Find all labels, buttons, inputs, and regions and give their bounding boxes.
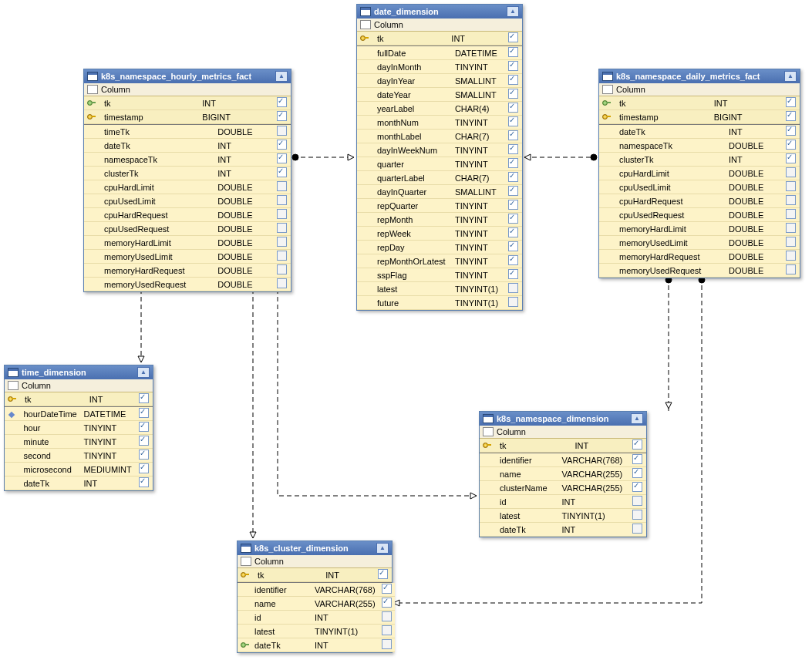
column-row[interactable]: memoryUsedRequestDOUBLE	[599, 264, 800, 278]
column-check[interactable]	[379, 597, 395, 611]
column-check[interactable]	[504, 185, 522, 199]
column-check[interactable]	[135, 476, 153, 490]
column-row[interactable]: idINT	[480, 495, 646, 509]
collapse-icon[interactable]: ▲	[376, 543, 389, 554]
column-check[interactable]	[379, 611, 395, 625]
collapse-icon[interactable]: ▲	[507, 6, 519, 17]
collapse-icon[interactable]: ▲	[631, 413, 643, 424]
column-check[interactable]	[781, 208, 800, 222]
column-check[interactable]	[504, 199, 522, 213]
column-row[interactable]: namespaceTkDOUBLE	[599, 139, 800, 153]
column-check[interactable]	[272, 236, 291, 250]
column-check[interactable]	[272, 125, 291, 139]
column-row[interactable]: latestTINYINT(1)	[357, 282, 522, 296]
table-daily[interactable]: k8s_namespace_daily_metrics_fact▲Columnt…	[598, 69, 800, 278]
column-check[interactable]	[504, 46, 522, 60]
table-title-bar[interactable]: k8s_namespace_dimension▲	[480, 412, 646, 426]
column-check[interactable]	[781, 125, 800, 139]
column-row[interactable]: memoryHardLimitDOUBLE	[84, 236, 291, 250]
column-check[interactable]	[504, 213, 522, 227]
column-check[interactable]	[272, 264, 291, 278]
column-check[interactable]	[504, 74, 522, 88]
column-row[interactable]: dayInYearSMALLINT	[357, 74, 522, 88]
column-row[interactable]: dateTkINT	[599, 125, 800, 139]
table-cluster[interactable]: k8s_cluster_dimension▲ColumntkINTidentif…	[237, 540, 393, 653]
column-check[interactable]	[379, 625, 395, 638]
column-row[interactable]: secondTINYINT	[5, 449, 153, 463]
column-row[interactable]: clusterTkINT	[84, 167, 291, 180]
column-check[interactable]	[272, 153, 291, 167]
column-check[interactable]	[134, 392, 153, 406]
column-row[interactable]: nameVARCHAR(255)	[238, 597, 395, 611]
column-row[interactable]: clusterTkINT	[599, 153, 800, 167]
column-row[interactable]: dateYearSMALLINT	[357, 88, 522, 102]
column-check[interactable]	[504, 254, 522, 268]
column-check[interactable]	[504, 60, 522, 74]
column-check[interactable]	[504, 116, 522, 130]
column-row[interactable]: dayInWeekNumTINYINT	[357, 143, 522, 157]
column-row[interactable]: monthNumTINYINT	[357, 116, 522, 130]
column-check[interactable]	[781, 180, 800, 194]
column-check[interactable]	[504, 157, 522, 171]
column-check[interactable]	[272, 278, 291, 291]
column-check[interactable]	[272, 250, 291, 264]
column-row[interactable]: dayInMonthTINYINT	[357, 60, 522, 74]
column-check[interactable]	[781, 264, 800, 278]
column-row[interactable]: repMonthTINYINT	[357, 213, 522, 227]
collapse-icon[interactable]: ▲	[137, 367, 150, 378]
column-row[interactable]: memoryHardRequestDOUBLE	[599, 250, 800, 264]
column-row[interactable]: identifierVARCHAR(768)	[238, 583, 395, 597]
key-row[interactable]: tkINT	[84, 96, 291, 110]
column-row[interactable]: dateTkINT	[238, 638, 395, 652]
collapse-icon[interactable]: ▲	[784, 71, 797, 82]
column-row[interactable]: cpuHardRequestDOUBLE	[599, 194, 800, 208]
column-check[interactable]	[504, 102, 522, 116]
column-check[interactable]	[504, 296, 522, 310]
column-check[interactable]	[504, 268, 522, 282]
column-row[interactable]: memoryHardLimitDOUBLE	[599, 222, 800, 236]
column-row[interactable]: cpuHardRequestDOUBLE	[84, 208, 291, 222]
column-check[interactable]	[781, 167, 800, 180]
column-check[interactable]	[135, 463, 153, 476]
key-row[interactable]: timestampBIGINT	[84, 110, 291, 124]
column-check[interactable]	[504, 171, 522, 185]
column-row[interactable]: hourDateTimeDATETIME	[5, 407, 153, 421]
table-title-bar[interactable]: k8s_cluster_dimension▲	[238, 541, 392, 555]
key-row[interactable]: timestampBIGINT	[599, 110, 800, 124]
column-check[interactable]	[379, 583, 395, 597]
table-ns[interactable]: k8s_namespace_dimension▲ColumntkINTident…	[479, 411, 647, 537]
column-row[interactable]: memoryUsedRequestDOUBLE	[84, 278, 291, 291]
column-row[interactable]: hourTINYINT	[5, 421, 153, 435]
column-check[interactable]	[628, 453, 646, 467]
table-title-bar[interactable]: time_dimension▲	[5, 365, 153, 379]
column-check[interactable]	[504, 32, 522, 45]
column-row[interactable]: cpuHardLimitDOUBLE	[84, 180, 291, 194]
column-check[interactable]	[628, 439, 646, 453]
column-check[interactable]	[135, 407, 153, 421]
column-row[interactable]: namespaceTkINT	[84, 153, 291, 167]
column-check[interactable]	[135, 449, 153, 463]
column-row[interactable]: repMonthOrLatestTINYINT	[357, 254, 522, 268]
column-check[interactable]	[504, 227, 522, 241]
column-check[interactable]	[504, 143, 522, 157]
column-check[interactable]	[135, 435, 153, 449]
column-row[interactable]: monthLabelCHAR(7)	[357, 130, 522, 143]
column-check[interactable]	[781, 110, 800, 124]
column-check[interactable]	[781, 236, 800, 250]
table-title-bar[interactable]: k8s_namespace_hourly_metrics_fact▲	[84, 69, 291, 83]
column-row[interactable]: memoryUsedLimitDOUBLE	[599, 236, 800, 250]
column-row[interactable]: cpuUsedLimitDOUBLE	[84, 194, 291, 208]
column-row[interactable]: dayInQuarterSMALLINT	[357, 185, 522, 199]
column-row[interactable]: repDayTINYINT	[357, 241, 522, 254]
table-date[interactable]: date_dimension▲ColumntkINTfullDateDATETI…	[356, 4, 523, 311]
column-row[interactable]: repQuarterTINYINT	[357, 199, 522, 213]
column-row[interactable]: cpuHardLimitDOUBLE	[599, 167, 800, 180]
column-check[interactable]	[272, 208, 291, 222]
column-check[interactable]	[272, 96, 291, 110]
column-check[interactable]	[781, 153, 800, 167]
column-check[interactable]	[504, 88, 522, 102]
key-row[interactable]: tkINT	[357, 32, 522, 45]
column-row[interactable]: minuteTINYINT	[5, 435, 153, 449]
column-row[interactable]: latestTINYINT(1)	[238, 625, 395, 638]
column-row[interactable]: cpuUsedRequestDOUBLE	[84, 222, 291, 236]
